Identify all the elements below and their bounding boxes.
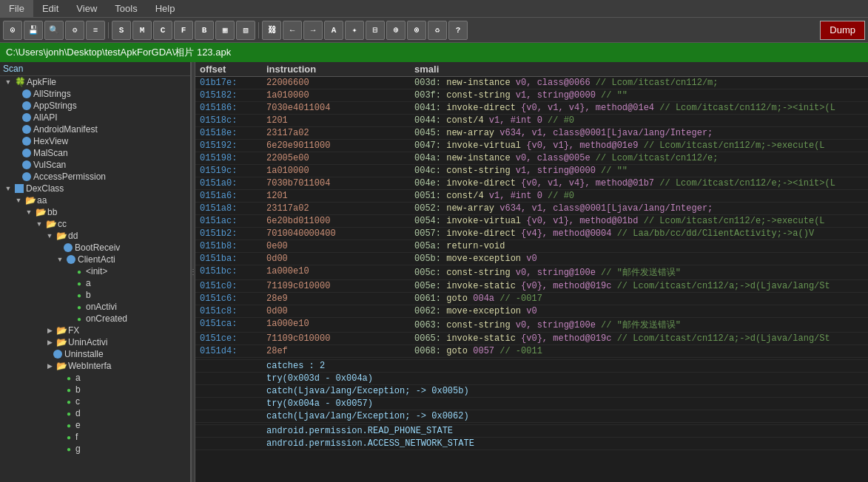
toolbar-btn-method[interactable]: M: [132, 21, 152, 40]
tree-node-2[interactable]: AppStrings: [0, 100, 190, 112]
sidebar[interactable]: Scan▼🍀ApkFileAllStringsAppStringsAllAPIA…: [0, 62, 191, 482]
code-row-10[interactable]: 0151a8:23117a020052: new-array v634, v1,…: [195, 203, 868, 215]
toolbar-btn-table1[interactable]: ▦: [215, 21, 235, 40]
code-row-0[interactable]: 01b17e:22006600003d: new-instance v0, cl…: [195, 77, 868, 89]
code-row-21[interactable]: 0151d4:28ef0068: goto 0057 // -0011: [195, 345, 868, 358]
code-row-16[interactable]: 0151c0:71109c010000005e: invoke-static {…: [195, 280, 868, 293]
code-row-29[interactable]: android.permission.READ_PHONE_STATE: [195, 425, 868, 438]
code-row-14[interactable]: 0151ba:0d00005b: move-exception v0: [195, 253, 868, 265]
tree-node-25[interactable]: ●a: [0, 372, 190, 384]
code-row-17[interactable]: 0151c6:28e90061: goto 004a // -0017: [195, 293, 868, 305]
code-row-7[interactable]: 01519c:1a010000004c: const-string v1, st…: [195, 165, 868, 177]
tree-node-23[interactable]: Uninstalle: [0, 348, 190, 360]
tree-node-30[interactable]: ●f: [0, 431, 190, 443]
toolbar-btn-plus[interactable]: ⊕: [386, 21, 406, 40]
tree-node-5[interactable]: HexView: [0, 135, 190, 147]
toolbar-btn-help[interactable]: ?: [448, 21, 468, 40]
toolbar-btn-new[interactable]: ⊙: [3, 21, 22, 40]
tree-node-28[interactable]: ●d: [0, 407, 190, 419]
toolbar-btn-save[interactable]: 💾: [24, 21, 43, 40]
smali-pre-1: v1, string@0000: [511, 90, 601, 101]
toolbar-btn-table2[interactable]: ▧: [236, 21, 255, 40]
tree-node-15[interactable]: ▼ClientActi: [0, 254, 190, 265]
tree-node-31[interactable]: ●g: [0, 443, 190, 455]
code-row-6[interactable]: 015198:22005e00004a: new-instance v0, cl…: [195, 152, 868, 165]
tree-icon-13: 📂: [56, 231, 67, 241]
toolbar-btn-star[interactable]: ✦: [345, 21, 364, 40]
cell-instruction-25: catch(Ljava/lang/Exception; -> 0x005b): [262, 385, 868, 398]
toolbar-btn-minus[interactable]: ⊟: [366, 21, 385, 40]
tree-node-14[interactable]: BootReceiv: [0, 242, 190, 254]
tree-node-13[interactable]: ▼📂dd: [0, 230, 190, 242]
tree-node-11[interactable]: ▼📂bb: [0, 206, 190, 218]
tree-icon-0: 🍀: [15, 77, 25, 87]
toolbar-btn-forward[interactable]: →: [303, 21, 323, 40]
tree-node-26[interactable]: ●b: [0, 384, 190, 396]
tree-node-20[interactable]: ●onCreated: [0, 313, 190, 325]
smali-index-20: 0065:: [414, 333, 446, 344]
tree-node-3[interactable]: AllAPI: [0, 112, 190, 123]
code-row-9[interactable]: 0151a6:12010051: const/4 v1, #int 0 // #…: [195, 190, 868, 203]
tree-node-16[interactable]: ●<init>: [0, 265, 190, 277]
tree-node-24[interactable]: ▶📂WebInterfa: [0, 360, 190, 372]
toolbar-btn-bytecode[interactable]: B: [195, 21, 214, 40]
tree-node-0[interactable]: ▼🍀ApkFile: [0, 76, 190, 88]
code-row-27[interactable]: catch(Ljava/lang/Exception; -> 0x0062): [195, 410, 868, 423]
toolbar-btn-search[interactable]: 🔍: [44, 21, 64, 40]
code-row-3[interactable]: 01518c:12010044: const/4 v1, #int 0 // #…: [195, 115, 868, 127]
tree-node-8[interactable]: AccessPermission: [0, 171, 190, 183]
code-row-4[interactable]: 01518e:23117a020045: new-array v634, v1,…: [195, 127, 868, 140]
code-row-24[interactable]: try(0x003d - 0x004a): [195, 373, 868, 385]
code-row-20[interactable]: 0151ce:71109c0100000065: invoke-static {…: [195, 333, 868, 345]
tree-node-21[interactable]: ▶📂FX: [0, 325, 190, 336]
tree-node-12[interactable]: ▼📂cc: [0, 218, 190, 230]
code-row-25[interactable]: catch(Ljava/lang/Exception; -> 0x005b): [195, 385, 868, 398]
code-row-23[interactable]: catches : 2: [195, 360, 868, 373]
menu-view[interactable]: View: [67, 0, 106, 17]
code-row-18[interactable]: 0151c8:0d000062: move-exception v0: [195, 305, 868, 318]
tree-node-7[interactable]: VulScan: [0, 159, 190, 171]
tree-node-18[interactable]: ●b: [0, 289, 190, 301]
toolbar-btn-back[interactable]: ←: [283, 21, 302, 40]
cell-instruction-23: catches : 2: [262, 360, 868, 373]
cell-smali-7: 004c: const-string v1, string@0000 // "": [410, 165, 868, 177]
tree-node-4[interactable]: AndroidManifest: [0, 123, 190, 135]
toolbar-btn-chain[interactable]: ⛓: [262, 21, 281, 40]
code-row-1[interactable]: 015182:1a010000003f: const-string v1, st…: [195, 89, 868, 102]
code-panel[interactable]: offset instruction smali 01b17e:22006600…: [195, 62, 868, 482]
code-row-26[interactable]: try(0x004a - 0x0057): [195, 398, 868, 410]
code-row-2[interactable]: 015186:7030e40110040041: invoke-direct {…: [195, 102, 868, 115]
code-row-15[interactable]: 0151bc:1a000e10005c: const-string v0, st…: [195, 265, 868, 280]
tree-node-1[interactable]: AllStrings: [0, 88, 190, 100]
code-row-19[interactable]: 0151ca:1a000e100063: const-string v0, st…: [195, 318, 868, 333]
menu-edit[interactable]: Edit: [33, 0, 67, 17]
code-row-5[interactable]: 015192:6e20e90110000047: invoke-virtual …: [195, 140, 868, 152]
code-row-12[interactable]: 0151b2:70100400004000057: invoke-direct …: [195, 228, 868, 240]
dump-button[interactable]: Dump: [820, 21, 865, 40]
toolbar-btn-text[interactable]: A: [324, 21, 343, 40]
menu-tools[interactable]: Tools: [106, 0, 146, 17]
code-row-11[interactable]: 0151ac:6e20bd0110000054: invoke-virtual …: [195, 215, 868, 228]
splitter[interactable]: ⋮: [191, 62, 195, 482]
toolbar-btn-class[interactable]: C: [153, 21, 172, 40]
code-row-13[interactable]: 0151b8:0e00005a: return-void: [195, 240, 868, 253]
tree-node-17[interactable]: ●a: [0, 277, 190, 289]
toolbar-btn-cross[interactable]: ⊗: [407, 21, 426, 40]
tree-node-22[interactable]: ▶📂UninActivi: [0, 336, 190, 348]
code-row-8[interactable]: 0151a0:7030b7011004004e: invoke-direct {…: [195, 177, 868, 190]
tree-node-10[interactable]: ▼📂aa: [0, 194, 190, 206]
toolbar-btn-menu[interactable]: ≡: [86, 21, 105, 40]
menu-file[interactable]: File: [0, 0, 33, 17]
tree-node-27[interactable]: ●c: [0, 396, 190, 407]
tree-node-6[interactable]: MalScan: [0, 147, 190, 159]
code-row-30[interactable]: android.permission.ACCESS_NETWORK_STATE: [195, 438, 868, 450]
toolbar-btn-smali[interactable]: S: [112, 21, 131, 40]
tree-node-19[interactable]: ●onActivi: [0, 301, 190, 313]
tree-icon-14: [64, 243, 73, 252]
menu-help[interactable]: Help: [147, 0, 184, 17]
tree-node-9[interactable]: ▼DexClass: [0, 183, 190, 194]
tree-node-29[interactable]: ●e: [0, 419, 190, 431]
toolbar-btn-refresh[interactable]: ♻: [428, 21, 447, 40]
toolbar-btn-field[interactable]: F: [174, 21, 193, 40]
toolbar-btn-settings[interactable]: ⚙: [65, 21, 84, 40]
